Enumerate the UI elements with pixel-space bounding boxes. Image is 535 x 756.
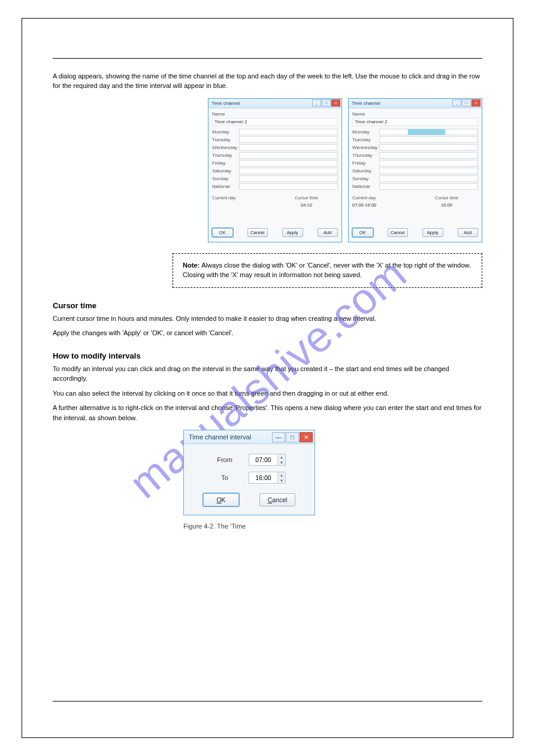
cursor-time-label: Cursor time xyxy=(415,195,478,201)
day-track-national[interactable] xyxy=(239,183,338,190)
day-track-monday[interactable] xyxy=(239,129,338,135)
from-time-value: 07:00 xyxy=(249,456,277,463)
to-time-value: 16:00 xyxy=(249,474,277,481)
day-label: Monday xyxy=(212,129,239,135)
maximize-icon[interactable]: □ xyxy=(462,99,471,107)
to-label: To xyxy=(213,474,237,481)
cursor-time-value: 16:00 xyxy=(415,202,478,208)
header-rule xyxy=(53,58,482,59)
day-track-saturday[interactable] xyxy=(239,168,338,174)
day-track-national[interactable] xyxy=(379,183,478,190)
body-paragraph: To modify an interval you can click and … xyxy=(53,364,482,384)
note-label: Note: xyxy=(183,262,201,269)
current-day-label: Current day xyxy=(212,195,275,201)
maximize-icon[interactable]: □ xyxy=(286,432,299,442)
figure-caption: Figure 4-2. The 'Time xyxy=(183,523,482,530)
add-button[interactable]: Add xyxy=(458,228,479,237)
spin-down-icon[interactable]: ▼ xyxy=(278,460,285,465)
day-label: Friday xyxy=(212,160,239,166)
close-icon[interactable]: × xyxy=(331,99,340,107)
ok-button[interactable]: OK xyxy=(352,228,373,237)
window-titlebar: Time channel interval — □ ✕ xyxy=(184,430,315,444)
note-text: Always close the dialog with 'OK' or 'Ca… xyxy=(183,262,471,278)
intro-paragraph: A dialog appears, showing the name of th… xyxy=(53,72,482,91)
day-label: Tuesday xyxy=(352,137,379,142)
day-label: Saturday xyxy=(352,168,379,174)
to-time-spinner[interactable]: 16:00 ▲▼ xyxy=(249,472,286,484)
ok-button[interactable]: OK xyxy=(203,493,239,506)
day-track-wednesday[interactable] xyxy=(379,144,478,151)
day-track-wednesday[interactable] xyxy=(239,144,338,151)
day-track-thursday[interactable] xyxy=(379,152,478,159)
day-track-thursday[interactable] xyxy=(239,152,338,159)
cancel-button[interactable]: Cancel xyxy=(247,228,268,237)
from-time-spinner[interactable]: 07:00 ▲▼ xyxy=(249,454,286,466)
body-paragraph: A further alternative is to right-click … xyxy=(53,403,482,423)
close-icon[interactable]: × xyxy=(471,99,480,107)
day-track-tuesday[interactable] xyxy=(379,136,478,143)
footer-rule xyxy=(53,701,482,702)
dialogs-row: Time channel _ □ × Name Time channel 2 M… xyxy=(53,98,482,242)
day-track-tuesday[interactable] xyxy=(239,136,338,143)
interval-fill[interactable] xyxy=(408,129,445,135)
day-track-saturday[interactable] xyxy=(379,168,478,174)
minimize-icon[interactable]: _ xyxy=(452,99,461,107)
body-paragraph: You can also select the interval by clic… xyxy=(53,388,482,399)
body-paragraph: Current cursor time in hours and minutes… xyxy=(53,314,482,324)
section-heading-modify: How to modify intervals xyxy=(53,351,482,360)
ok-button[interactable]: OK xyxy=(212,228,233,237)
day-track-sunday[interactable] xyxy=(379,175,478,182)
cancel-button[interactable]: Cancel xyxy=(259,493,295,506)
apply-button[interactable]: Apply xyxy=(282,228,303,237)
time-channel-interval-dialog: Time channel interval — □ ✕ From 07:00 ▲… xyxy=(183,430,315,515)
day-label: Saturday xyxy=(212,168,239,174)
day-label: Thursday xyxy=(352,153,379,158)
name-label: Name xyxy=(352,111,478,117)
name-input[interactable]: Time channel 2 xyxy=(352,118,478,126)
window-title: Time channel interval xyxy=(189,433,251,441)
from-label: From xyxy=(213,456,237,463)
maximize-icon[interactable]: □ xyxy=(322,99,331,107)
day-label: Sunday xyxy=(352,176,379,181)
day-label: Friday xyxy=(352,160,379,166)
day-label: Sunday xyxy=(212,176,239,181)
day-label: Wednesday xyxy=(352,145,379,150)
day-label: National xyxy=(352,184,379,189)
current-day-value: 07:00-16:00 xyxy=(352,202,415,208)
section-heading-cursor-time: Cursor time xyxy=(53,301,482,310)
spin-up-icon[interactable]: ▲ xyxy=(278,472,285,478)
time-channel-dialog-a: Time channel _ □ × Name Time channel 2 M… xyxy=(208,98,342,242)
day-track-friday[interactable] xyxy=(239,160,338,166)
day-label: National xyxy=(212,184,239,189)
window-titlebar: Time channel _ □ × xyxy=(208,99,341,108)
day-track-sunday[interactable] xyxy=(239,175,338,182)
spin-down-icon[interactable]: ▼ xyxy=(278,478,285,483)
cancel-button[interactable]: Cancel xyxy=(388,228,409,237)
window-title: Time channel xyxy=(211,101,240,106)
spin-up-icon[interactable]: ▲ xyxy=(278,454,285,460)
cursor-time-value: 04:10 xyxy=(275,202,338,208)
minimize-icon[interactable]: _ xyxy=(312,99,321,107)
time-channel-dialog-b: Time channel _ □ × Name Time channel 2 M… xyxy=(348,98,482,242)
day-label: Thursday xyxy=(212,153,239,158)
window-titlebar: Time channel _ □ × xyxy=(349,99,482,108)
day-label: Monday xyxy=(352,129,379,135)
cursor-time-label: Cursor time xyxy=(275,195,338,201)
window-title: Time channel xyxy=(352,101,380,106)
day-label: Tuesday xyxy=(212,137,239,142)
minimize-icon[interactable]: — xyxy=(272,432,285,442)
close-icon[interactable]: ✕ xyxy=(300,432,313,442)
name-input[interactable]: Time channel 2 xyxy=(212,118,338,126)
note-box: Note: Always close the dialog with 'OK' … xyxy=(173,253,482,288)
apply-button[interactable]: Apply xyxy=(422,228,443,237)
add-button[interactable]: Add xyxy=(318,228,338,237)
current-day-label: Current day xyxy=(352,195,415,201)
day-track-friday[interactable] xyxy=(379,160,478,166)
day-label: Wednesday xyxy=(212,145,239,150)
body-paragraph: Apply the changes with 'Apply' or 'OK', … xyxy=(53,328,482,338)
name-label: Name xyxy=(212,111,338,117)
day-track-monday[interactable] xyxy=(379,129,478,135)
